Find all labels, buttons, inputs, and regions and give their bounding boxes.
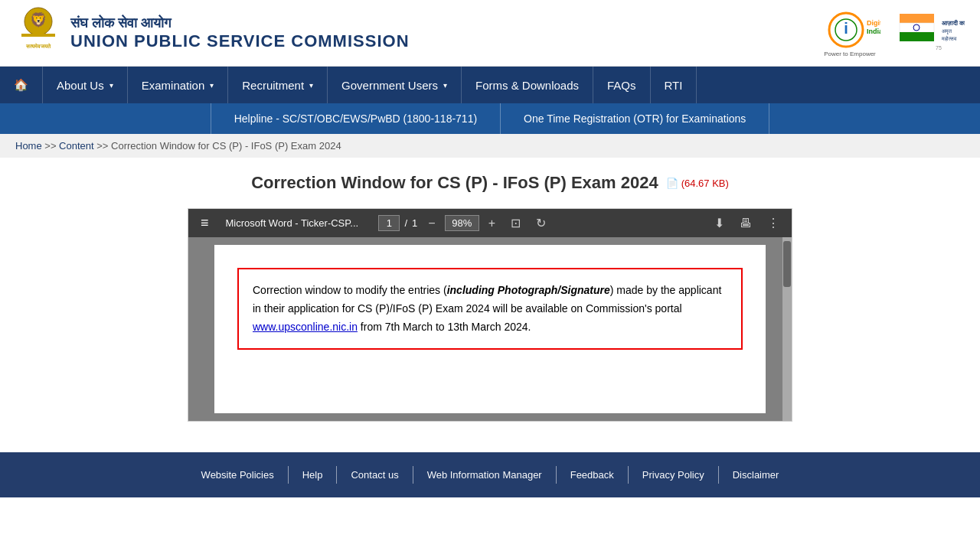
org-name: संघ लोक सेवा आयोग UNION PUBLIC SERVICE C…	[70, 15, 410, 51]
page-controls: / 1	[378, 215, 417, 231]
page-content: Correction Window for CS (P) - IFoS (P) …	[0, 158, 980, 437]
pdf-more-button[interactable]: ⋮	[763, 214, 784, 232]
svg-text:🦁: 🦁	[30, 11, 47, 28]
page-title-bar: Correction Window for CS (P) - IFoS (P) …	[31, 173, 949, 193]
svg-text:75: 75	[936, 45, 942, 51]
upsc-portal-link[interactable]: www.upsconline.nic.in	[253, 321, 358, 333]
footer-feedback[interactable]: Feedback	[557, 466, 629, 484]
pdf-menu-button[interactable]: ≡	[196, 214, 214, 233]
page-number-input[interactable]	[378, 215, 400, 231]
nav-forms-downloads[interactable]: Forms & Downloads	[462, 67, 593, 103]
footer-website-policies[interactable]: Website Policies	[188, 466, 289, 484]
examination-caret: ▾	[210, 81, 214, 90]
pdf-page: Correction window to modify the entries …	[214, 245, 766, 413]
page-sep: /	[404, 217, 407, 229]
nav-rti[interactable]: RTI	[651, 67, 697, 103]
footer-disclaimer[interactable]: Disclaimer	[719, 466, 793, 484]
zoom-in-button[interactable]: +	[484, 215, 500, 232]
correction-text-pre: Correction window to modify the entries …	[253, 284, 447, 296]
zoom-level-input[interactable]	[445, 215, 479, 231]
footer-links: Website Policies Help Contact us Web Inf…	[15, 466, 965, 484]
correction-notice-box: Correction window to modify the entries …	[237, 268, 743, 350]
breadcrumb-content[interactable]: Content	[59, 140, 94, 152]
svg-text:अमृत: अमृत	[942, 28, 952, 34]
sub-navigation: Helpline - SC/ST/OBC/EWS/PwBD (1800-118-…	[0, 103, 980, 134]
pdf-download-button[interactable]: ⬇	[710, 214, 729, 232]
svg-rect-12	[900, 32, 934, 41]
rotate-button[interactable]: ↻	[531, 214, 550, 232]
home-nav-item[interactable]: 🏠	[0, 67, 43, 103]
digital-india-subtext: Power to Empower	[824, 51, 876, 57]
svg-text:महोत्सव: महोत्सव	[941, 35, 957, 41]
svg-rect-9	[900, 14, 934, 23]
page-total: 1	[412, 217, 417, 229]
helpline-link[interactable]: Helpline - SC/ST/OBC/EWS/PwBD (1800-118-…	[211, 103, 501, 134]
site-header: 🦁 सत्यमेव जयते संघ लोक सेवा आयोग UNION P…	[0, 0, 980, 67]
site-footer: Website Policies Help Contact us Web Inf…	[0, 452, 980, 497]
correction-text-end: from 7th March to 13th March 2024.	[358, 321, 531, 333]
footer-help[interactable]: Help	[289, 466, 338, 484]
file-size-text: (64.67 KB)	[681, 178, 729, 189]
zoom-out-button[interactable]: −	[423, 215, 439, 232]
zoom-controls: − +	[423, 215, 500, 232]
breadcrumb: Home >> Content >> Correction Window for…	[0, 134, 980, 158]
nav-faqs[interactable]: FAQs	[593, 67, 651, 103]
otr-link[interactable]: One Time Registration (OTR) for Examinat…	[501, 103, 769, 134]
breadcrumb-sep1: >>	[44, 140, 59, 152]
pdf-icon: 📄	[666, 178, 678, 189]
org-english-text: UNION PUBLIC SERVICE COMMISSION	[70, 31, 410, 51]
pdf-scrollbar-thumb[interactable]	[783, 241, 791, 287]
pdf-scrollbar[interactable]	[782, 237, 792, 421]
footer-privacy-policy[interactable]: Privacy Policy	[629, 466, 719, 484]
footer-contact-us[interactable]: Contact us	[337, 466, 413, 484]
pdf-doc-title: Microsoft Word - Ticker-CSP...	[226, 217, 373, 229]
pdf-viewer: ≡ Microsoft Word - Ticker-CSP... / 1 − +…	[188, 208, 792, 422]
nav-about-us[interactable]: About Us ▾	[43, 67, 128, 103]
about-us-caret: ▾	[109, 81, 113, 90]
fit-page-button[interactable]: ⊡	[506, 214, 525, 232]
breadcrumb-current: Correction Window for CS (P) - IFoS (P) …	[111, 140, 341, 152]
pdf-download-link[interactable]: 📄 (64.67 KB)	[666, 178, 729, 189]
pdf-print-button[interactable]: 🖶	[735, 215, 756, 232]
header-right: i Digital India Power to Empower आज़ादी …	[819, 8, 965, 57]
svg-rect-2	[21, 34, 55, 37]
svg-text:आज़ादी का: आज़ादी का	[942, 19, 965, 27]
azadi-logo: आज़ादी का अमृत महोत्सव 75	[896, 10, 965, 56]
nav-recruitment[interactable]: Recruitment ▾	[228, 67, 328, 103]
breadcrumb-sep2: >>	[96, 140, 111, 152]
correction-bold-text: including Photograph/Signature	[447, 284, 610, 296]
svg-text:i: i	[844, 20, 848, 37]
svg-text:सत्यमेव जयते: सत्यमेव जयते	[25, 43, 52, 49]
nav-examination[interactable]: Examination ▾	[128, 67, 229, 103]
recruitment-caret: ▾	[309, 81, 313, 90]
svg-text:India: India	[867, 28, 880, 35]
pdf-right-icons: ⬇ 🖶 ⋮	[710, 214, 784, 232]
home-icon: 🏠	[14, 78, 28, 92]
nav-government-users[interactable]: Government Users ▾	[328, 67, 462, 103]
emblem-icon: 🦁 सत्यमेव जयते	[15, 6, 61, 60]
main-navigation: 🏠 About Us ▾ Examination ▾ Recruitment ▾…	[0, 67, 980, 103]
svg-text:Digital: Digital	[867, 19, 880, 27]
footer-web-info-manager[interactable]: Web Information Manager	[413, 466, 557, 484]
header-left: 🦁 सत्यमेव जयते संघ लोक सेवा आयोग UNION P…	[15, 6, 410, 60]
org-hindi-text: संघ लोक सेवा आयोग	[70, 15, 410, 31]
digital-india-logo: i Digital India Power to Empower	[819, 8, 880, 57]
pdf-body: Correction window to modify the entries …	[188, 237, 792, 421]
breadcrumb-home[interactable]: Home	[15, 140, 42, 152]
pdf-toolbar: ≡ Microsoft Word - Ticker-CSP... / 1 − +…	[188, 209, 792, 237]
page-title: Correction Window for CS (P) - IFoS (P) …	[251, 173, 658, 193]
govt-users-caret: ▾	[443, 81, 447, 90]
